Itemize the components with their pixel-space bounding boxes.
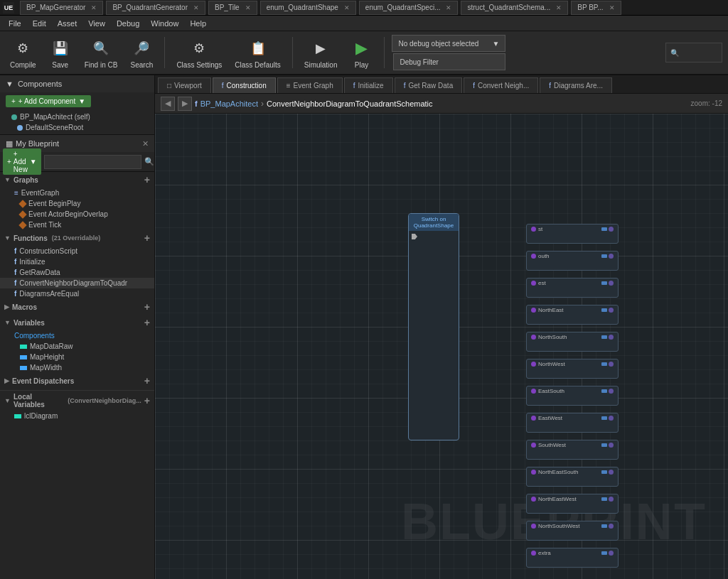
debug-dropdown[interactable]: No debug object selected ▼ [392, 35, 505, 52]
forward-button[interactable]: ▶ [178, 97, 192, 111]
tab-bp-mapgenerator[interactable]: BP_MapGenerator✕ [20, 1, 103, 15]
add-functions-button[interactable]: + [144, 232, 150, 244]
bp-leaf-beginplay[interactable]: Event BeginPlay [0, 198, 154, 209]
comp-item-defaultsceneroot[interactable]: DefaultSceneRoot [0, 122, 154, 133]
enum-node-header-2: est [527, 278, 618, 288]
tab-construction[interactable]: f Construction [213, 77, 276, 93]
bp-leaf-eventgraph[interactable]: ≡ EventGraph [0, 188, 154, 198]
enum-node-0[interactable]: st [526, 224, 619, 244]
close-icon[interactable]: ✕ [556, 4, 562, 11]
bp-search-input[interactable] [44, 155, 141, 169]
close-icon[interactable]: ✕ [245, 4, 251, 11]
input-pin-icon [531, 335, 536, 340]
add-component-button[interactable]: + + Add Component ▼ [0, 95, 154, 107]
toolbar: ⚙ Compile 💾 Save 🔍 Find in CB 🔎 Search ⚙… [0, 31, 728, 75]
close-icon[interactable]: ✕ [446, 4, 451, 11]
search-icon: 🔍 [144, 157, 154, 166]
back-button[interactable]: ◀ [161, 97, 175, 111]
bp-leaf-getrawdata[interactable]: f GetRawData [0, 267, 154, 278]
tab-enum-quadrantshape[interactable]: enum_QuadrantShape✕ [260, 1, 356, 15]
close-icon[interactable]: ✕ [142, 139, 149, 148]
tab-enum-quadrantspeci[interactable]: enum_QuadrantSpeci...✕ [359, 1, 459, 15]
enum-node-12[interactable]: extra [526, 548, 619, 568]
bp-leaf-diagramsequal[interactable]: f DiagramsAreEqual [0, 288, 154, 299]
play-button[interactable]: ▶ Play [346, 34, 377, 72]
bp-leaf-components[interactable]: Components [0, 330, 154, 341]
simulation-button[interactable]: ▶ Simulation [300, 34, 342, 72]
tab-convert-neigh[interactable]: f Convert Neigh... [464, 77, 538, 93]
bp-leaf-actoroverlap[interactable]: Event ActorBeginOverlap [0, 209, 154, 220]
input-pin-icon [531, 416, 536, 421]
enum-node-7[interactable]: EastWest [526, 413, 619, 433]
switch-node[interactable]: Switch onQuadrantShape [408, 213, 459, 440]
menu-help[interactable]: Help [184, 16, 212, 31]
search-button[interactable]: 🔎 Search [126, 34, 157, 72]
close-icon[interactable]: ✕ [609, 4, 615, 11]
enum-node-10[interactable]: NorthEastWest [526, 494, 619, 514]
func-icon: f [222, 82, 224, 90]
add-graphs-button[interactable]: + [144, 174, 150, 185]
enum-node-9[interactable]: NorthEastSouth [526, 467, 619, 487]
enum-node-3[interactable]: NorthEast [526, 305, 619, 325]
event-graph-icon: ≡ [287, 82, 291, 90]
tab-viewport[interactable]: □ Viewport [158, 77, 211, 93]
content: ▼ Components + + Add Component ▼ BP_MapA… [0, 75, 728, 579]
debug-section: No debug object selected ▼ Debug Filter [392, 35, 505, 70]
components-section-header[interactable]: ▼ Components [0, 75, 154, 92]
enum-node-2[interactable]: est [526, 278, 619, 298]
top-search-input[interactable]: 🔍 [665, 43, 722, 63]
bp-leaf-lcldiagram[interactable]: lclDiagram [0, 411, 154, 421]
comp-item-self[interactable]: BP_MapAchitect (self) [0, 112, 154, 122]
menu-view[interactable]: View [82, 16, 111, 31]
bp-leaf-mapheight[interactable]: MapHeight [0, 352, 154, 362]
left-panel: ▼ Components + + Add Component ▼ BP_MapA… [0, 75, 155, 579]
bp-leaf-eventtick[interactable]: Event Tick [0, 220, 154, 230]
tab-diagrams-are[interactable]: f Diagrams Are... [540, 77, 612, 93]
menu-asset[interactable]: Asset [52, 16, 83, 31]
blueprint-canvas[interactable]: BLUEPRINT Switch onQuadrantShape st [155, 114, 728, 579]
bp-leaf-initialize[interactable]: f Initialize [0, 256, 154, 267]
input-pin-icon [531, 254, 536, 259]
tab-struct-quadrantschema[interactable]: struct_QuadrantSchema...✕ [461, 1, 568, 15]
bp-leaf-constructionscript[interactable]: f ConstructionScript [0, 246, 154, 256]
close-icon[interactable]: ✕ [193, 4, 199, 11]
save-button[interactable]: 💾 Save [45, 34, 76, 72]
menu-edit[interactable]: Edit [27, 16, 52, 31]
tab-bp-tile[interactable]: BP_Tile✕ [208, 1, 257, 15]
tab-bp-quadrantgenerator[interactable]: BP_QuadrantGenerator✕ [106, 1, 205, 15]
add-dispatchers-button[interactable]: + [144, 375, 150, 386]
output-pin-icon [609, 281, 614, 286]
class-defaults-button[interactable]: 📋 Class Defaults [230, 34, 284, 72]
menu-window[interactable]: Window [145, 16, 184, 31]
tab-get-raw-data[interactable]: f Get Raw Data [395, 77, 463, 93]
enum-node-6[interactable]: EastSouth [526, 386, 619, 406]
add-new-button[interactable]: + + Add New ▼ [3, 148, 41, 175]
close-icon[interactable]: ✕ [344, 4, 350, 11]
enum-node-8[interactable]: SouthWest [526, 440, 619, 460]
grid-icon: ▦ [6, 139, 13, 148]
menu-debug[interactable]: Debug [111, 16, 145, 31]
enum-node-5[interactable]: NorthWest [526, 359, 619, 379]
func-icon: f [353, 82, 355, 90]
tab-initialize[interactable]: f Initialize [344, 77, 393, 93]
output-pin-icon [609, 335, 614, 340]
add-variables-button[interactable]: + [144, 317, 150, 328]
enum-node-4[interactable]: NorthSouth [526, 332, 619, 352]
bp-leaf-mapdataraw[interactable]: MapDataRaw [0, 341, 154, 352]
breadcrumb-root[interactable]: BP_MapAchitect [200, 99, 258, 108]
add-local-vars-button[interactable]: + [144, 395, 150, 406]
bp-leaf-mapwidth[interactable]: MapWidth [0, 362, 154, 373]
tab-event-graph[interactable]: ≡ Event Graph [277, 77, 343, 93]
class-settings-button[interactable]: ⚙ Class Settings [172, 34, 226, 72]
find-in-cb-button[interactable]: 🔍 Find in CB [80, 34, 122, 72]
tab-bp-bp[interactable]: BP BP...✕ [571, 1, 621, 15]
compile-button[interactable]: ⚙ Compile [6, 34, 41, 72]
menu-file[interactable]: File [3, 16, 27, 31]
enum-node-1[interactable]: outh [526, 251, 619, 271]
output-pin-icon [609, 470, 614, 475]
bp-leaf-convertneighbor[interactable]: f ConvertNeighborDiagramToQuadr [0, 278, 154, 288]
enum-node-11[interactable]: NorthSouthWest [526, 521, 619, 541]
add-macros-button[interactable]: + [144, 301, 150, 313]
close-icon[interactable]: ✕ [91, 4, 97, 11]
menu-bar: File Edit Asset View Debug Window Help [0, 16, 728, 31]
